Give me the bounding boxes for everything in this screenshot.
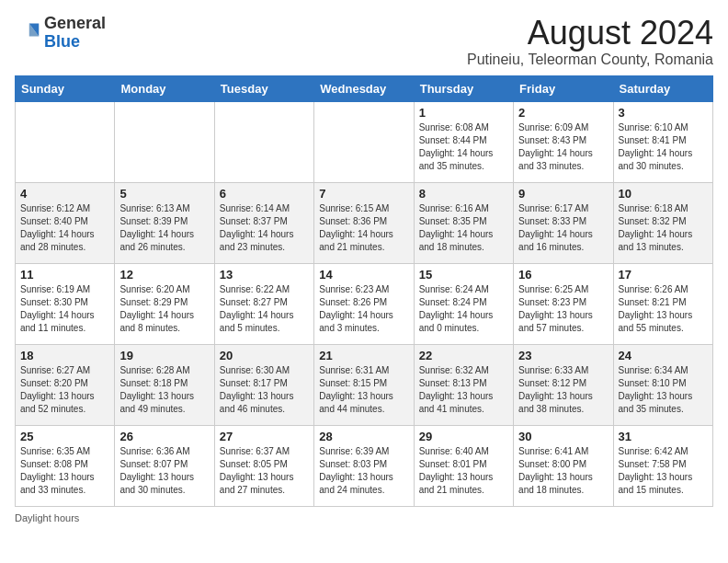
calendar-cell: 9Sunrise: 6:17 AM Sunset: 8:33 PM Daylig… [514,182,613,263]
day-info: Sunrise: 6:23 AM Sunset: 8:26 PM Dayligh… [319,283,408,335]
day-info: Sunrise: 6:28 AM Sunset: 8:18 PM Dayligh… [119,364,209,416]
calendar-cell: 8Sunrise: 6:16 AM Sunset: 8:35 PM Daylig… [414,182,513,263]
day-number: 10 [619,187,708,201]
logo-blue: Blue [44,32,80,51]
calendar-cell: 22Sunrise: 6:32 AM Sunset: 8:13 PM Dayli… [414,344,513,425]
day-number: 16 [518,268,608,282]
day-number: 11 [20,268,109,282]
logo-general: General [44,14,106,32]
day-number: 15 [419,268,508,282]
day-info: Sunrise: 6:20 AM Sunset: 8:29 PM Dayligh… [119,283,209,335]
calendar-cell: 15Sunrise: 6:24 AM Sunset: 8:24 PM Dayli… [414,263,513,344]
day-info: Sunrise: 6:24 AM Sunset: 8:24 PM Dayligh… [419,283,508,335]
day-number: 31 [619,430,708,443]
day-number: 25 [20,430,109,443]
calendar-cell: 4Sunrise: 6:12 AM Sunset: 8:40 PM Daylig… [16,182,115,263]
calendar-cell: 17Sunrise: 6:26 AM Sunset: 8:21 PM Dayli… [613,263,712,344]
logo-text: General Blue [44,15,106,52]
calendar-header-row: SundayMondayTuesdayWednesdayThursdayFrid… [16,75,713,101]
calendar-cell [214,101,313,182]
day-number: 9 [518,187,608,201]
calendar-cell: 7Sunrise: 6:15 AM Sunset: 8:36 PM Daylig… [314,182,414,263]
day-info: Sunrise: 6:10 AM Sunset: 8:41 PM Dayligh… [619,121,708,173]
calendar-day-header: Wednesday [314,75,414,101]
day-info: Sunrise: 6:39 AM Sunset: 8:03 PM Dayligh… [319,445,408,497]
calendar-cell: 14Sunrise: 6:23 AM Sunset: 8:26 PM Dayli… [314,263,414,344]
day-number: 17 [619,268,708,282]
day-info: Sunrise: 6:18 AM Sunset: 8:32 PM Dayligh… [619,202,708,254]
day-info: Sunrise: 6:31 AM Sunset: 8:15 PM Dayligh… [319,364,408,416]
calendar-cell: 19Sunrise: 6:28 AM Sunset: 8:18 PM Dayli… [115,344,214,425]
day-number: 14 [319,268,408,282]
calendar-cell: 2Sunrise: 6:09 AM Sunset: 8:43 PM Daylig… [514,101,613,182]
day-number: 22 [419,349,508,362]
day-info: Sunrise: 6:27 AM Sunset: 8:20 PM Dayligh… [20,364,109,416]
day-number: 2 [518,106,608,120]
day-info: Sunrise: 6:13 AM Sunset: 8:39 PM Dayligh… [119,202,209,254]
day-info: Sunrise: 6:22 AM Sunset: 8:27 PM Dayligh… [220,283,309,335]
day-number: 6 [220,187,309,201]
calendar-cell: 16Sunrise: 6:25 AM Sunset: 8:23 PM Dayli… [514,263,613,344]
day-number: 13 [220,268,309,282]
day-info: Sunrise: 6:17 AM Sunset: 8:33 PM Dayligh… [518,202,608,254]
calendar-cell: 28Sunrise: 6:39 AM Sunset: 8:03 PM Dayli… [314,425,414,506]
day-info: Sunrise: 6:40 AM Sunset: 8:01 PM Dayligh… [419,445,508,497]
calendar-cell: 1Sunrise: 6:08 AM Sunset: 8:44 PM Daylig… [414,101,513,182]
day-info: Sunrise: 6:34 AM Sunset: 8:10 PM Dayligh… [619,364,708,416]
day-info: Sunrise: 6:35 AM Sunset: 8:08 PM Dayligh… [20,445,109,497]
day-number: 7 [319,187,408,201]
day-info: Sunrise: 6:16 AM Sunset: 8:35 PM Dayligh… [419,202,508,254]
title-block: August 2024 Putineiu, Teleorman County, … [467,15,713,68]
day-info: Sunrise: 6:25 AM Sunset: 8:23 PM Dayligh… [518,283,608,335]
day-info: Sunrise: 6:08 AM Sunset: 8:44 PM Dayligh… [419,121,508,173]
calendar-cell: 13Sunrise: 6:22 AM Sunset: 8:27 PM Dayli… [214,263,313,344]
calendar-week-row: 25Sunrise: 6:35 AM Sunset: 8:08 PM Dayli… [16,425,713,506]
calendar-day-header: Thursday [414,75,513,101]
page-header: General Blue August 2024 Putineiu, Teleo… [15,15,713,68]
calendar-week-row: 4Sunrise: 6:12 AM Sunset: 8:40 PM Daylig… [16,182,713,263]
day-info: Sunrise: 6:32 AM Sunset: 8:13 PM Dayligh… [419,364,508,416]
day-number: 3 [619,106,708,120]
logo-icon [15,20,40,46]
calendar-cell: 20Sunrise: 6:30 AM Sunset: 8:17 PM Dayli… [214,344,313,425]
day-info: Sunrise: 6:36 AM Sunset: 8:07 PM Dayligh… [119,445,209,497]
logo: General Blue [15,15,106,52]
daylight-label: Daylight hours [15,512,79,523]
day-info: Sunrise: 6:14 AM Sunset: 8:37 PM Dayligh… [220,202,309,254]
day-info: Sunrise: 6:41 AM Sunset: 8:00 PM Dayligh… [518,445,608,497]
calendar-cell: 25Sunrise: 6:35 AM Sunset: 8:08 PM Dayli… [16,425,115,506]
day-info: Sunrise: 6:19 AM Sunset: 8:30 PM Dayligh… [20,283,109,335]
day-info: Sunrise: 6:33 AM Sunset: 8:12 PM Dayligh… [518,364,608,416]
day-number: 21 [319,349,408,362]
calendar-cell: 5Sunrise: 6:13 AM Sunset: 8:39 PM Daylig… [115,182,214,263]
calendar-cell: 29Sunrise: 6:40 AM Sunset: 8:01 PM Dayli… [414,425,513,506]
calendar-cell [16,101,115,182]
calendar-cell: 23Sunrise: 6:33 AM Sunset: 8:12 PM Dayli… [514,344,613,425]
day-number: 12 [119,268,209,282]
calendar-cell: 24Sunrise: 6:34 AM Sunset: 8:10 PM Dayli… [613,344,712,425]
calendar-week-row: 11Sunrise: 6:19 AM Sunset: 8:30 PM Dayli… [16,263,713,344]
day-number: 19 [119,349,209,362]
day-number: 5 [119,187,209,201]
calendar-cell: 30Sunrise: 6:41 AM Sunset: 8:00 PM Dayli… [514,425,613,506]
calendar-cell: 18Sunrise: 6:27 AM Sunset: 8:20 PM Dayli… [16,344,115,425]
day-number: 24 [619,349,708,362]
calendar-cell: 12Sunrise: 6:20 AM Sunset: 8:29 PM Dayli… [115,263,214,344]
month-year-title: August 2024 [467,15,713,52]
day-info: Sunrise: 6:37 AM Sunset: 8:05 PM Dayligh… [220,445,309,497]
day-number: 8 [419,187,508,201]
day-info: Sunrise: 6:12 AM Sunset: 8:40 PM Dayligh… [20,202,109,254]
calendar-cell: 26Sunrise: 6:36 AM Sunset: 8:07 PM Dayli… [115,425,214,506]
calendar-day-header: Saturday [613,75,712,101]
daylight-note: Daylight hours [15,512,713,523]
calendar-cell [314,101,414,182]
calendar-day-header: Friday [514,75,613,101]
calendar-table: SundayMondayTuesdayWednesdayThursdayFrid… [15,75,713,507]
day-number: 30 [518,430,608,443]
calendar-day-header: Monday [115,75,214,101]
day-number: 28 [319,430,408,443]
day-number: 27 [220,430,309,443]
calendar-day-header: Tuesday [214,75,313,101]
calendar-cell [115,101,214,182]
day-number: 23 [518,349,608,362]
